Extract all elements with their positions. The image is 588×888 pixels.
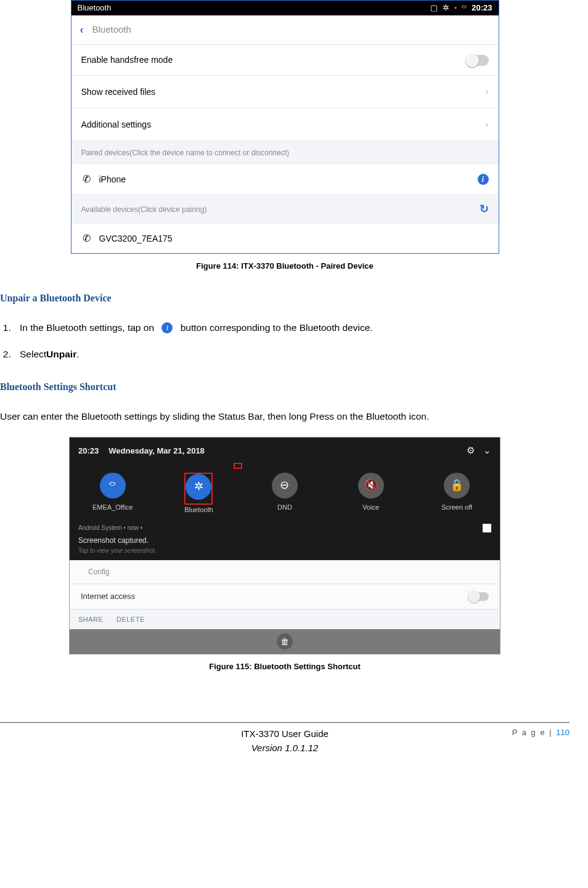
quick-panel-header: 20:23 Wednesday, Mar 21, 2018 ⚙ ⌄ — [70, 438, 500, 464]
network-icon: ▪ — [454, 2, 457, 14]
row-label: Internet access — [81, 590, 468, 603]
highlight-box-small — [234, 463, 242, 469]
step2-bold: Unpair — [46, 349, 76, 359]
toggle-off[interactable] — [468, 592, 489, 601]
page-footer: P a g e | 110 ITX-3370 User Guide Versio… — [0, 722, 570, 756]
device-name: iPhone — [99, 173, 478, 186]
section-available: Available devices(Click device pairing) … — [71, 195, 499, 224]
bluetooth-icon: ✲ — [186, 474, 211, 500]
info-icon[interactable]: i — [478, 174, 489, 185]
page-num: 110 — [556, 728, 570, 737]
bottom-bar: 🗑 — [70, 629, 500, 654]
available-device-row[interactable]: ✆ GVC3200_7EA175 — [71, 224, 499, 253]
step-1: In the Bluetooth settings, tap on i butt… — [14, 320, 570, 335]
config-list: Config Internet access — [70, 560, 500, 609]
quick-tiles: ⌔ EMEA_Office ✲ Bluetooth ⊖ DND 🔇 Voice … — [70, 464, 500, 520]
row-label: Enable handsfree mode — [81, 54, 465, 67]
step1-post: button corresponding to the Bluetooth de… — [181, 322, 373, 333]
device-name: GVC3200_7EA175 — [99, 232, 489, 245]
section-label: Paired devices(Click the device name to … — [81, 147, 489, 158]
paired-device-row[interactable]: ✆ iPhone i — [71, 165, 499, 195]
wifi-icon: ⌔ — [462, 2, 467, 14]
row-internet-access[interactable]: Internet access — [70, 584, 500, 609]
chevron-right-icon: › — [485, 84, 488, 99]
status-title: Bluetooth — [78, 2, 425, 14]
lock-icon: 🔒 — [444, 473, 470, 499]
tile-dnd[interactable]: ⊖ DND — [244, 473, 326, 515]
row-label: Show received files — [81, 86, 486, 99]
notification-body[interactable]: Screenshot captured. Tap to view your sc… — [70, 535, 500, 560]
unpair-steps: In the Bluetooth settings, tap on i butt… — [14, 320, 570, 362]
doc-title: ITX-3370 User Guide — [0, 727, 570, 741]
notif-source: Android System • now • — [78, 523, 142, 532]
step1-pre: In the Bluetooth settings, tap on — [20, 322, 154, 333]
notif-subtitle: Tap to view your screenshot. — [78, 546, 491, 555]
phone-icon: ✆ — [83, 231, 91, 246]
thumbnail-icon — [483, 524, 491, 532]
qp-date: Wednesday, Mar 21, 2018 — [108, 445, 458, 457]
chevron-down-icon[interactable]: ⌄ — [483, 444, 491, 458]
gear-icon[interactable]: ⚙ — [467, 444, 475, 458]
tile-label: Bluetooth — [158, 505, 240, 515]
tile-label: Voice — [330, 502, 412, 513]
figure-caption-114: Figure 114: ITX-3370 Bluetooth - Paired … — [0, 260, 570, 272]
chevron-right-icon: › — [485, 117, 488, 132]
tile-label: EMEA_Office — [71, 502, 153, 513]
page-sep: | — [546, 728, 557, 737]
info-icon: i — [161, 322, 173, 333]
shortcut-paragraph: User can enter the Bluetooth settings by… — [0, 409, 570, 423]
action-delete[interactable]: DELETE — [116, 616, 145, 623]
phone-icon: ✆ — [83, 172, 91, 187]
doc-version: Version 1.0.1.12 — [0, 741, 570, 756]
row-additional-settings[interactable]: Additional settings › — [71, 108, 499, 141]
section-label: Available devices(Click device pairing) — [81, 204, 480, 215]
row-handsfree[interactable]: Enable handsfree mode — [71, 45, 499, 76]
action-share[interactable]: SHARE — [78, 616, 103, 623]
status-time: 20:23 — [472, 2, 492, 14]
nav-title: Bluetooth — [92, 23, 131, 37]
back-icon[interactable]: ‹ — [80, 22, 84, 38]
notif-title: Screenshot captured. — [78, 535, 491, 546]
section-paired: Paired devices(Click the device name to … — [71, 141, 499, 165]
notification-actions: SHARE DELETE — [70, 609, 500, 630]
status-bar: Bluetooth ▢ ✲ ▪ ⌔ 20:23 — [71, 1, 499, 15]
tile-label: DND — [244, 502, 326, 513]
step2-pre: Select — [20, 349, 46, 359]
highlight-box: ✲ — [184, 473, 213, 505]
bluetooth-settings-screenshot: Bluetooth ▢ ✲ ▪ ⌔ 20:23 ‹ Bluetooth Enab… — [71, 0, 499, 254]
step2-post: . — [76, 349, 79, 359]
toggle-off[interactable] — [465, 55, 489, 66]
heading-unpair: Unpair a Bluetooth Device — [0, 291, 570, 306]
picture-icon: ▢ — [430, 2, 438, 14]
tile-wifi[interactable]: ⌔ EMEA_Office — [71, 473, 153, 515]
step-2: SelectUnpair. — [14, 347, 570, 361]
dnd-icon: ⊖ — [272, 473, 298, 499]
heading-shortcut: Bluetooth Settings Shortcut — [0, 380, 570, 394]
row-label: Config — [88, 566, 489, 577]
row-config[interactable]: Config — [70, 560, 500, 584]
tile-screenoff[interactable]: 🔒 Screen off — [416, 473, 498, 515]
refresh-icon[interactable]: ↻ — [480, 201, 489, 218]
tile-label: Screen off — [416, 502, 498, 513]
row-received-files[interactable]: Show received files › — [71, 76, 499, 108]
nav-bar[interactable]: ‹ Bluetooth — [71, 15, 499, 45]
figure-caption-115: Figure 115: Bluetooth Settings Shortcut — [0, 661, 570, 673]
tile-voice[interactable]: 🔇 Voice — [330, 473, 412, 515]
notification-header: Android System • now • — [70, 519, 500, 535]
status-bar-shortcut-screenshot: 20:23 Wednesday, Mar 21, 2018 ⚙ ⌄ ⌔ EMEA… — [69, 437, 500, 654]
wifi-icon: ⌔ — [100, 473, 126, 499]
row-label: Additional settings — [81, 118, 486, 131]
bluetooth-icon: ✲ — [443, 2, 449, 14]
qp-time: 20:23 — [78, 445, 99, 457]
page-label: P a g e — [512, 728, 546, 737]
mute-icon: 🔇 — [358, 473, 384, 499]
tile-bluetooth[interactable]: ✲ Bluetooth — [158, 473, 240, 515]
trash-icon[interactable]: 🗑 — [277, 633, 293, 650]
